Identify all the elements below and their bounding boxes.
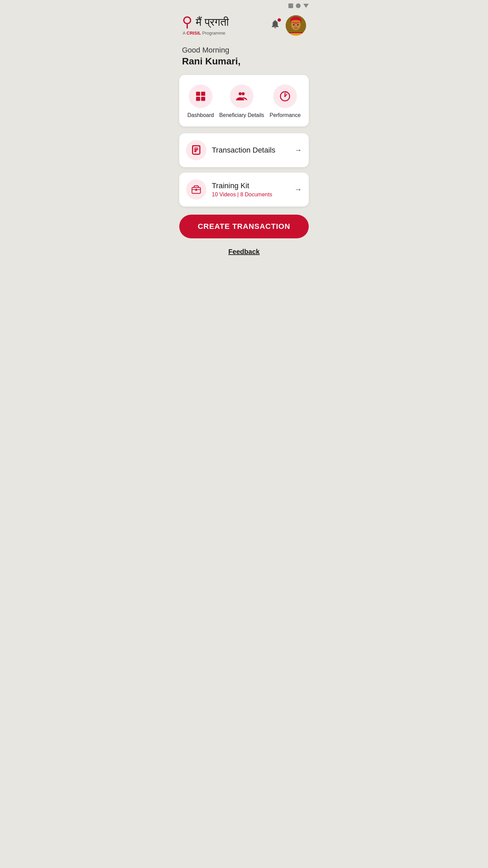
training-arrow-icon: → — [294, 185, 302, 194]
svg-point-15 — [242, 92, 245, 95]
action-beneficiary-details[interactable]: Beneficiary Details — [219, 84, 264, 118]
greeting-section: Good Morning Rani Kumari, — [174, 42, 314, 75]
svg-rect-11 — [201, 92, 205, 96]
notification-bell-container[interactable] — [270, 19, 280, 32]
svg-point-17 — [284, 96, 286, 97]
header: ⚲ मैं प्रगती A CRISIL Programme — [174, 9, 314, 42]
status-icon-square — [288, 3, 293, 8]
create-transaction-button[interactable]: CREATE TRANSACTION — [179, 215, 309, 238]
transaction-arrow-icon: → — [294, 146, 302, 155]
performance-icon — [279, 90, 291, 102]
quick-actions-card: Dashboard Beneficiary Details Performanc… — [179, 75, 309, 126]
cta-section: CREATE TRANSACTION — [174, 206, 314, 245]
svg-point-5 — [293, 24, 294, 25]
svg-rect-12 — [196, 97, 200, 101]
training-text: Training Kit 10 Videos | 8 Documents — [212, 181, 272, 198]
app-subtitle: A CRISIL Programme — [182, 31, 229, 36]
status-icon-circle — [296, 3, 301, 8]
svg-rect-13 — [201, 97, 205, 101]
action-performance[interactable]: Performance — [269, 84, 301, 118]
svg-point-14 — [239, 92, 242, 95]
svg-rect-9 — [289, 32, 303, 33]
feedback-link[interactable]: Feedback — [228, 248, 260, 255]
svg-rect-10 — [196, 92, 200, 96]
crisil-brand: CRISIL — [187, 31, 201, 36]
transaction-icon — [191, 145, 201, 155]
status-icon-triangle — [303, 4, 309, 8]
beneficiary-icon — [236, 90, 248, 102]
transaction-icon-circle — [186, 140, 206, 160]
female-symbol-icon: ⚲ — [182, 15, 192, 29]
avatar[interactable] — [286, 15, 306, 36]
dashboard-label: Dashboard — [187, 112, 214, 118]
dashboard-icon-circle — [189, 84, 212, 108]
svg-rect-30 — [195, 191, 198, 191]
subtitle-pre: A — [183, 31, 187, 36]
greeting-text: Good Morning — [182, 46, 306, 55]
training-title: Training Kit — [212, 181, 272, 190]
dashboard-icon — [195, 90, 207, 102]
svg-point-7 — [295, 26, 297, 27]
transaction-card-left: Transaction Details — [186, 140, 275, 160]
svg-point-4 — [291, 20, 301, 23]
transaction-details-card[interactable]: Transaction Details → — [179, 133, 309, 167]
svg-point-29 — [196, 189, 197, 191]
action-dashboard[interactable]: Dashboard — [187, 84, 214, 118]
user-name: Rani Kumari, — [182, 56, 306, 67]
subtitle-post: Programme — [201, 31, 225, 36]
training-kit-card[interactable]: Training Kit 10 Videos | 8 Documents → — [179, 173, 309, 206]
feedback-section: Feedback — [174, 245, 314, 267]
training-icon — [191, 184, 201, 195]
svg-point-6 — [297, 24, 299, 25]
avatar-face — [286, 15, 306, 36]
notification-dot — [278, 18, 281, 22]
logo-top: ⚲ मैं प्रगती — [182, 15, 229, 29]
training-icon-circle — [186, 179, 206, 200]
transaction-text: Transaction Details — [212, 146, 275, 155]
status-bar — [174, 0, 314, 9]
training-subtitle: 10 Videos | 8 Documents — [212, 192, 272, 198]
menu-section: Transaction Details → Training Kit 10 Vi… — [174, 133, 314, 206]
beneficiary-label: Beneficiary Details — [219, 112, 264, 118]
transaction-title: Transaction Details — [212, 146, 275, 155]
training-card-left: Training Kit 10 Videos | 8 Documents — [186, 179, 272, 200]
performance-label: Performance — [269, 112, 301, 118]
header-right — [270, 15, 306, 36]
beneficiary-icon-circle — [230, 84, 253, 108]
app-title: मैं प्रगती — [196, 16, 229, 28]
logo-section: ⚲ मैं प्रगती A CRISIL Programme — [182, 15, 229, 36]
performance-icon-circle — [273, 84, 297, 108]
